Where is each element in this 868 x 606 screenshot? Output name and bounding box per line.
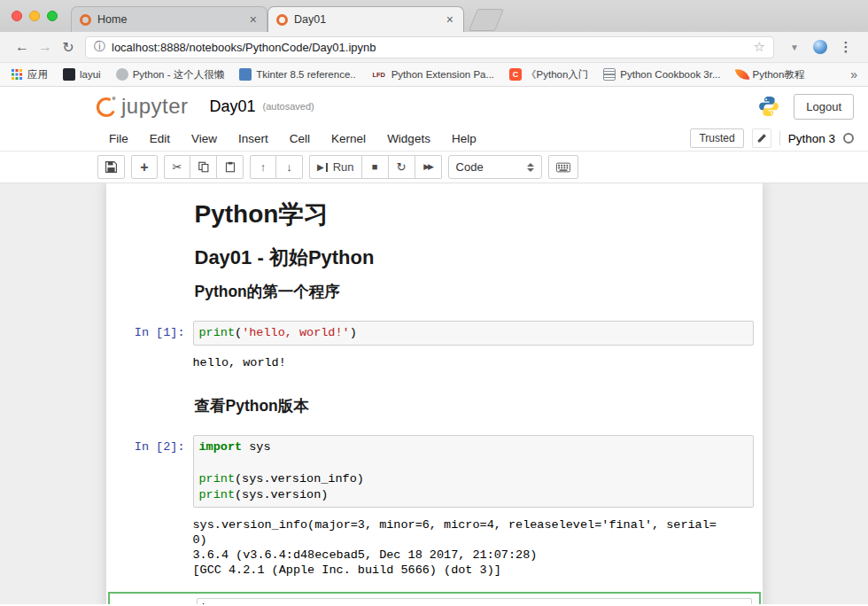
code-input[interactable] (197, 598, 752, 604)
header-right: Logout (758, 94, 854, 120)
tkinter-favicon (239, 68, 252, 81)
browser-menu-icon[interactable]: ⋮ (834, 39, 857, 55)
bookmark-python-blog[interactable]: Python - 这个人很懒 (116, 68, 225, 82)
move-cell-up-button[interactable]: ↑ (250, 155, 276, 179)
minimize-window-button[interactable] (29, 11, 40, 21)
move-button-group: ↑ ↓ (250, 155, 303, 179)
cut-icon: ✂ (173, 161, 182, 173)
logout-button[interactable]: Logout (794, 94, 854, 120)
jupyter-favicon (276, 14, 288, 26)
bookmark-python-intro[interactable]: C 《Python入门 (509, 68, 588, 82)
run-icon: ▶ (317, 163, 324, 172)
output-prompt (106, 352, 193, 374)
trusted-button[interactable]: Trusted (690, 128, 743, 148)
new-tab-button[interactable] (469, 9, 504, 31)
page-info-icon[interactable]: ⓘ (94, 39, 105, 55)
menu-right: Trusted Python 3 (690, 128, 854, 148)
bookmark-cookbook[interactable]: Python Cookbook 3r... (603, 68, 720, 81)
csdn-favicon: C (509, 68, 522, 81)
save-icon (105, 161, 117, 173)
notebook-container: Python学习 Day01 - 初始Python Python的第一个程序 I… (106, 183, 763, 604)
output-text: hello, world! (193, 352, 754, 374)
address-bar[interactable]: ⓘ localhost:8888/notebooks/PythonCode/Da… (85, 36, 774, 58)
markdown-heading-3b: 查看Python版本 (195, 397, 745, 416)
menu-kernel[interactable]: Kernel (321, 132, 376, 145)
run-button[interactable]: ▶ Run (309, 155, 362, 179)
output-text: sys.version_info(major=3, minor=6, micro… (193, 514, 754, 581)
insert-cell-button[interactable]: + (131, 155, 158, 179)
bookmark-label: Tkinter 8.5 reference.. (256, 69, 356, 80)
move-cell-down-button[interactable]: ↓ (276, 155, 303, 179)
zoom-window-button[interactable] (47, 11, 58, 21)
generic-favicon (116, 68, 128, 81)
menu-edit[interactable]: Edit (139, 132, 181, 145)
kernel-status-icon (843, 133, 854, 144)
bookmark-python-tutorial[interactable]: Python教程 (736, 68, 805, 82)
jupyter-header: jupyter Day01 (autosaved) Logout (0, 87, 868, 126)
bookmark-lfd-extensions[interactable]: LFD Python Extension Pa... (371, 68, 494, 81)
edit-mode-pencil-icon (752, 128, 771, 148)
bookmark-tkinter[interactable]: Tkinter 8.5 reference.. (239, 68, 356, 81)
output-prompt (106, 514, 193, 581)
restart-kernel-button[interactable]: ↻ (389, 155, 415, 179)
text-cursor (203, 603, 205, 604)
menu-widgets[interactable]: Widgets (376, 132, 441, 145)
cut-cell-button[interactable]: ✂ (164, 155, 190, 179)
notebook-title[interactable]: Day01 (210, 97, 256, 116)
bookmarks-bar: 应用 layui Python - 这个人很懒 Tkinter 8.5 refe… (0, 63, 868, 87)
bookmark-layui[interactable]: layui (63, 68, 101, 81)
markdown-heading-2: Day01 - 初始Python (195, 245, 745, 269)
apps-grid-icon (11, 68, 23, 81)
reload-button[interactable]: ↻ (57, 39, 80, 56)
tab-home[interactable]: Home × (71, 6, 267, 32)
notebook-scroll-area[interactable]: Python学习 Day01 - 初始Python Python的第一个程序 I… (0, 183, 868, 604)
paste-cell-button[interactable] (217, 155, 244, 179)
bookmark-apps[interactable]: 应用 (11, 68, 48, 82)
menu-file[interactable]: File (98, 132, 139, 145)
back-button[interactable]: ← (11, 39, 34, 55)
bookmark-star-icon[interactable]: ☆ (754, 39, 765, 55)
run-button-group: ▶ Run ■ ↻ ▶▶ (309, 155, 442, 179)
interrupt-kernel-button[interactable]: ■ (362, 155, 389, 179)
menu-help[interactable]: Help (441, 132, 487, 145)
close-tab-icon[interactable]: × (248, 12, 259, 27)
markdown-heading-1: Python学习 (195, 199, 745, 229)
feather-favicon (734, 67, 749, 82)
input-prompt: In [ ]: (110, 598, 197, 604)
save-button[interactable] (97, 155, 125, 179)
forward-button[interactable]: → (34, 39, 57, 55)
python-logo-icon (758, 96, 779, 117)
extension-globe-icon[interactable] (813, 40, 827, 54)
plus-icon: + (140, 160, 148, 175)
arrow-down-icon: ↓ (286, 161, 292, 173)
lfd-favicon: LFD (371, 68, 387, 81)
menu-cell[interactable]: Cell (279, 132, 321, 145)
keyboard-icon (556, 162, 570, 173)
extension-dropdown-icon[interactable]: ▼ (783, 43, 806, 52)
close-tab-icon[interactable]: × (445, 12, 455, 27)
arrow-up-icon: ↑ (260, 161, 267, 173)
code-cell-3-selected[interactable]: In [ ]: (108, 592, 761, 604)
tab-day01[interactable]: Day01 × (267, 6, 464, 32)
restart-run-all-button[interactable]: ▶▶ (415, 155, 442, 179)
close-window-button[interactable] (12, 11, 22, 21)
markdown-heading-3a: Python的第一个程序 (195, 283, 745, 301)
code-input[interactable]: import sys print(sys.version_info)print(… (193, 435, 754, 508)
tab-strip: Home × Day01 × (71, 5, 500, 32)
bookmarks-overflow-icon[interactable]: » (850, 67, 857, 82)
command-palette-button[interactable] (548, 155, 578, 179)
autosave-status: (autosaved) (263, 101, 314, 112)
jupyter-logo[interactable]: jupyter (94, 94, 189, 119)
url-text: localhost:8888/notebooks/PythonCode/Day0… (112, 41, 376, 54)
menu-insert[interactable]: Insert (228, 132, 279, 145)
bookmark-label: Python - 这个人很懒 (133, 68, 225, 82)
menu-view[interactable]: View (181, 132, 228, 145)
paste-icon (225, 161, 236, 173)
bookmark-label: 《Python入门 (526, 68, 588, 82)
tab-title: Day01 (294, 13, 445, 26)
cell-type-select[interactable]: Code (448, 155, 542, 179)
stop-icon: ■ (372, 162, 378, 172)
code-input[interactable]: print('hello, world!') (193, 321, 754, 346)
window-controls (12, 11, 58, 21)
copy-cell-button[interactable] (190, 155, 217, 179)
